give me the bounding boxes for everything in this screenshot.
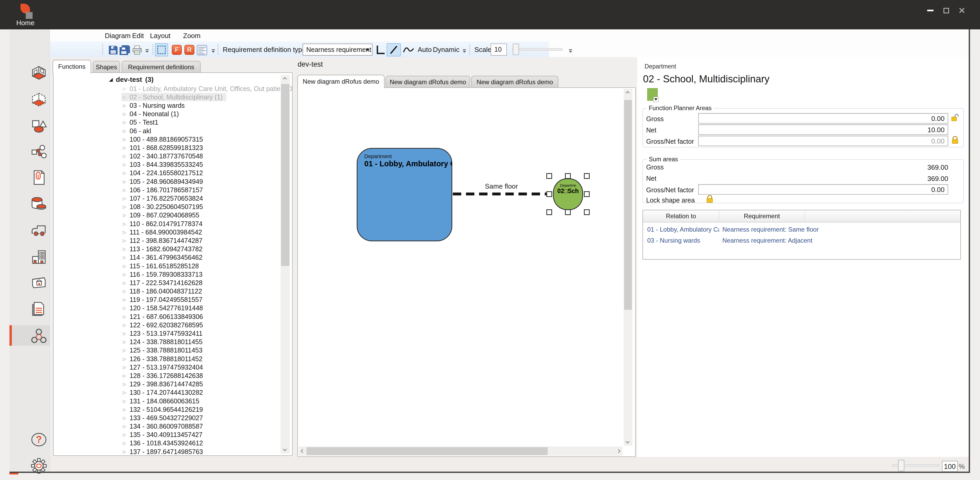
scale-slider-handle[interactable]: [513, 44, 519, 55]
expand-icon[interactable]: ▷: [123, 390, 126, 395]
toolbar-overflow-button[interactable]: [568, 49, 573, 53]
tree-item[interactable]: ▷ 134 - 360.860097088587: [121, 422, 207, 431]
tree-item[interactable]: ▷ 131 - 184.08660063615: [121, 397, 203, 405]
tree-item[interactable]: ▷ 100 - 489.881869057315: [121, 135, 207, 144]
expand-icon[interactable]: ▷: [123, 415, 126, 420]
tree-item[interactable]: ▷ 135 - 340.409113457427: [121, 431, 206, 439]
expand-icon[interactable]: ▷: [123, 128, 126, 133]
canvas-vertical-scrollbar[interactable]: [624, 89, 633, 446]
tree-scrollbar-thumb[interactable]: [281, 84, 290, 266]
expand-icon[interactable]: ▷: [123, 356, 126, 361]
expand-icon[interactable]: ▷: [123, 154, 126, 159]
expand-icon[interactable]: ▷: [123, 111, 126, 116]
expand-icon[interactable]: ▷: [123, 348, 126, 353]
canvas-vscroll-thumb[interactable]: [624, 100, 632, 310]
selection-handle[interactable]: [584, 173, 590, 179]
straight-connector-button[interactable]: [387, 43, 401, 56]
tree-item[interactable]: ▷ 101 - 868.628599181323: [121, 144, 207, 152]
tree-item[interactable]: ▷ 123 - 513.197475932411: [121, 329, 206, 337]
tree-item[interactable]: ▷ 03 - Nursing wards: [121, 101, 188, 109]
tree-item[interactable]: ▷ 136 - 1018.43453924612: [121, 439, 207, 447]
maximize-button[interactable]: [938, 0, 954, 21]
shape-color-swatch[interactable]: [647, 88, 658, 101]
expand-icon[interactable]: ▷: [123, 137, 126, 142]
toolbar-overflow-button[interactable]: [462, 49, 467, 53]
home-tab[interactable]: Home: [16, 19, 34, 27]
expand-icon[interactable]: ▷: [123, 213, 126, 218]
room-fill-button[interactable]: R: [185, 45, 194, 55]
tree-item[interactable]: ▷ 119 - 197.042495581557: [121, 296, 206, 304]
department-shape-02[interactable]: Departme 02□Sch: [553, 178, 583, 210]
save-all-button[interactable]: [119, 44, 131, 56]
menu-item[interactable]: Edit: [132, 31, 144, 40]
scroll-up-icon[interactable]: [626, 91, 630, 95]
diagram-canvas[interactable]: Department 01 - Lobby, Ambulatory Car Sa…: [298, 87, 636, 457]
tree-item[interactable]: ▷ 06 - akl: [121, 127, 155, 135]
expand-icon[interactable]: ▷: [123, 179, 126, 184]
selection-handle[interactable]: [584, 191, 590, 197]
building-icon[interactable]: [30, 249, 47, 265]
tree-item[interactable]: ▷ 108 - 30.2250604507195: [121, 203, 207, 211]
tree-item[interactable]: ▷ 117 - 222.534714162628: [121, 279, 206, 287]
expand-icon[interactable]: ▷: [123, 407, 126, 412]
expand-icon[interactable]: ▷: [123, 95, 126, 100]
expand-icon[interactable]: ▷: [123, 221, 126, 227]
expand-icon[interactable]: ▷: [123, 424, 126, 429]
left-panel-tab[interactable]: Functions: [52, 60, 91, 73]
tree-item[interactable]: ▷ 128 - 336.172688142638: [121, 371, 207, 380]
tree-item[interactable]: ▷ 05 - Test1: [121, 118, 162, 127]
truck-icon[interactable]: [30, 222, 47, 238]
close-button[interactable]: ✕: [954, 0, 970, 21]
diagram-tab[interactable]: New diagram dRofus demo: [298, 75, 385, 89]
expand-icon[interactable]: ▷: [123, 145, 126, 150]
tree-item[interactable]: ▷ 116 - 159.789308333713: [121, 270, 206, 279]
tree-item[interactable]: ▷ 120 - 158.542776191448: [121, 304, 207, 312]
scroll-up-icon[interactable]: [283, 77, 287, 81]
expand-icon[interactable]: ▷: [123, 314, 126, 319]
grid-view-button[interactable]: [196, 44, 207, 55]
tree-item[interactable]: ▷ 126 - 338.788818011452: [121, 355, 206, 363]
expand-icon[interactable]: ▷: [123, 289, 126, 294]
expand-icon[interactable]: ▷: [123, 297, 126, 302]
tree-item[interactable]: ▷ 01 - Lobby, Ambulatory Care Unit, Offi…: [121, 84, 293, 93]
function-fill-button[interactable]: F: [172, 45, 182, 55]
selection-handle[interactable]: [546, 209, 552, 215]
dynamic-button[interactable]: Dynamic: [433, 46, 460, 54]
corner-connector-button[interactable]: [375, 44, 386, 55]
selection-handle[interactable]: [565, 173, 571, 179]
tree-item[interactable]: ▷ 132 - 5104.96544126219: [121, 405, 207, 413]
left-panel-tab[interactable]: Requirement definitions: [122, 61, 200, 73]
expand-icon[interactable]: ▷: [123, 230, 126, 235]
toolbar-group-handle[interactable]: [152, 44, 153, 55]
tree-item[interactable]: ▷ 113 - 1682.60942743782: [121, 245, 206, 253]
expand-icon[interactable]: ▷: [123, 264, 126, 269]
expand-icon[interactable]: ▷: [123, 449, 126, 454]
canvas-hscroll-thumb[interactable]: [307, 447, 548, 455]
factor-input[interactable]: 0.00: [698, 136, 948, 146]
tree-item[interactable]: ▷ 105 - 248.960689434949: [121, 177, 207, 186]
auto-button[interactable]: Auto: [418, 46, 432, 54]
left-panel-tab[interactable]: Shapes: [93, 61, 120, 73]
tree-item[interactable]: ▷ 109 - 867.02904068955: [121, 211, 203, 220]
expand-icon[interactable]: ▷: [123, 339, 126, 344]
tree-item[interactable]: ▷ 125 - 338.788818011453: [121, 346, 206, 355]
selection-handle[interactable]: [565, 209, 571, 215]
expand-icon[interactable]: ▷: [123, 103, 126, 108]
color-dropdown-button[interactable]: [653, 97, 659, 102]
department-shape-01[interactable]: Department 01 - Lobby, Ambulatory Car: [357, 148, 452, 241]
tree-item[interactable]: ▷ 130 - 174.207444130282: [121, 388, 207, 397]
room-3d-outline-icon[interactable]: [30, 91, 47, 108]
tree-item[interactable]: ▷ 122 - 692.620382768595: [121, 321, 207, 329]
column-header-relation-to[interactable]: Relation to: [643, 211, 719, 222]
toolbar-overflow-button[interactable]: [145, 49, 150, 53]
tree-item[interactable]: ▷ 129 - 398.836714474285: [121, 380, 207, 388]
tree-item[interactable]: ▷ 127 - 513.197475932404: [121, 363, 207, 371]
zoom-slider-handle[interactable]: [898, 460, 904, 471]
tree-item[interactable]: ▷ 121 - 687.606133849306: [121, 312, 207, 321]
net-input[interactable]: 10.00: [698, 124, 948, 135]
expand-icon[interactable]: ▷: [123, 306, 126, 310]
toolbar-group-handle[interactable]: [102, 44, 103, 55]
expand-icon[interactable]: ▷: [123, 255, 126, 260]
selection-handle[interactable]: [546, 173, 552, 179]
tree-item[interactable]: ▷ 118 - 186.040048371122: [121, 287, 206, 296]
